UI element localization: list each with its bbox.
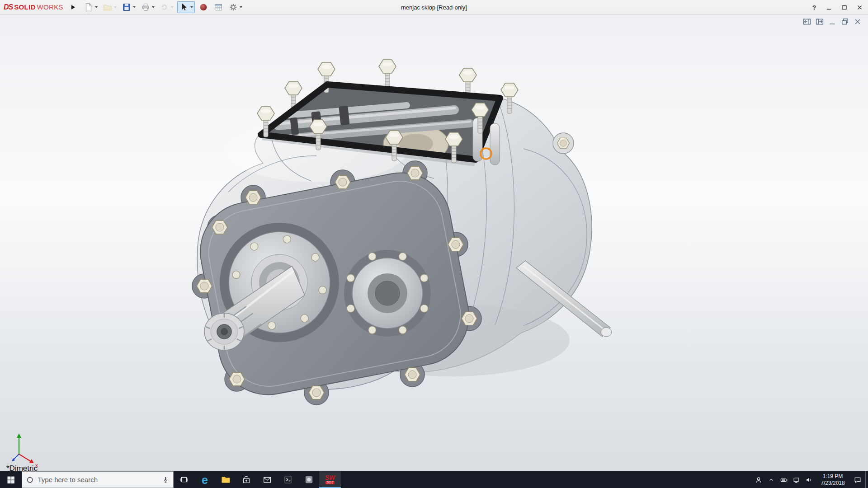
- action-center-button[interactable]: [850, 471, 865, 488]
- window-controls: ?: [807, 0, 867, 15]
- 3d-scene[interactable]: x: [0, 15, 868, 471]
- restore-doc-icon[interactable]: [841, 18, 849, 26]
- windows-taskbar: e: [0, 471, 868, 488]
- design-table-button[interactable]: [212, 1, 225, 13]
- chevron-up-icon: [768, 476, 775, 483]
- system-tray: 1:19 PM 7/23/2018: [752, 471, 868, 488]
- undo-icon: [160, 2, 170, 12]
- save-floppy-icon: [122, 2, 132, 12]
- volume-status[interactable]: [803, 471, 816, 488]
- dropdown-caret-icon[interactable]: [240, 6, 242, 8]
- print-button[interactable]: [139, 1, 156, 13]
- task-view-button[interactable]: [174, 471, 194, 488]
- solidworks-app-icon: SW: [325, 475, 335, 481]
- windows-logo-icon: [6, 475, 15, 484]
- ds-logo-mark: DS: [4, 3, 13, 11]
- dropdown-caret-icon[interactable]: [133, 6, 136, 8]
- people-icon: [754, 475, 763, 484]
- show-desktop-button[interactable]: [865, 471, 868, 488]
- close-doc-icon[interactable]: [854, 18, 862, 26]
- print-icon: [141, 2, 151, 12]
- taskbar-clock[interactable]: 1:19 PM 7/23/2018: [816, 473, 850, 487]
- close-icon: [857, 5, 863, 10]
- maximize-button[interactable]: [836, 0, 852, 15]
- people-button[interactable]: [752, 471, 765, 488]
- mail-button[interactable]: [257, 471, 278, 488]
- edge-button[interactable]: e: [194, 471, 215, 488]
- open-folder-icon: [103, 2, 113, 12]
- minimize-button[interactable]: [821, 0, 836, 15]
- battery-status[interactable]: [778, 471, 790, 488]
- new-document-icon: [84, 2, 94, 12]
- store-icon: [241, 475, 251, 485]
- appearance-button[interactable]: [197, 1, 210, 13]
- design-table-icon: [213, 2, 223, 12]
- view-orientation-label: *Dimetric: [6, 464, 38, 471]
- mail-icon: [262, 475, 272, 485]
- solidworks-taskbar-button[interactable]: SW 2017: [319, 471, 341, 488]
- taskbar-search-box[interactable]: [22, 471, 174, 488]
- bolt-post[interactable]: [490, 123, 500, 165]
- date-label: 7/23/2018: [816, 480, 850, 487]
- pane-left-icon[interactable]: [803, 18, 811, 26]
- start-button[interactable]: [0, 471, 22, 488]
- pinned-app-button[interactable]: [298, 471, 319, 488]
- select-arrow-icon: [179, 2, 189, 12]
- menu-flyout-arrow-icon[interactable]: [71, 5, 75, 9]
- pinned-app-icon: [304, 474, 314, 485]
- output-bearing-boss[interactable]: [344, 250, 431, 337]
- minimize-doc-icon[interactable]: [828, 18, 836, 26]
- volume-icon: [805, 475, 814, 484]
- solidworks-logo[interactable]: DS SOLIDWORKS: [4, 3, 63, 11]
- end-cap[interactable]: [553, 133, 574, 154]
- terminal-icon: [283, 474, 293, 485]
- title-bar: DS SOLIDWORKS: [0, 0, 868, 15]
- options-button[interactable]: [227, 1, 244, 13]
- document-title: menjac sklop [Read-only]: [401, 0, 467, 15]
- dropdown-caret-icon[interactable]: [152, 6, 155, 8]
- brand-text-works: WORKS: [37, 3, 63, 11]
- battery-icon: [779, 475, 788, 484]
- edge-icon: e: [202, 474, 208, 485]
- dropdown-caret-icon[interactable]: [171, 6, 174, 8]
- file-explorer-icon: [221, 474, 231, 485]
- solidworks-year-badge: 2017: [326, 481, 335, 484]
- dropdown-caret-icon[interactable]: [95, 6, 98, 8]
- maximize-icon: [841, 5, 847, 10]
- appearance-sphere-icon: [198, 2, 208, 12]
- dropdown-caret-icon[interactable]: [114, 6, 117, 8]
- network-icon: [792, 475, 801, 484]
- brand-text-solid: SOLID: [14, 3, 35, 11]
- pane-right-icon[interactable]: [816, 18, 824, 26]
- cortana-icon: [26, 475, 34, 485]
- minimize-icon: [826, 5, 832, 10]
- quick-access-toolbar: [82, 1, 244, 13]
- network-status[interactable]: [790, 471, 803, 488]
- save-button[interactable]: [120, 1, 137, 13]
- undo-button[interactable]: [158, 1, 175, 13]
- time-label: 1:19 PM: [816, 473, 850, 480]
- search-input[interactable]: [38, 476, 158, 483]
- open-button[interactable]: [101, 1, 118, 13]
- terminal-app-button[interactable]: [278, 471, 298, 488]
- graphics-viewport[interactable]: x *Dimetric: [0, 15, 868, 471]
- task-view-icon: [179, 475, 189, 485]
- action-center-icon: [853, 475, 862, 484]
- store-button[interactable]: [236, 471, 257, 488]
- dropdown-caret-icon[interactable]: [190, 6, 193, 8]
- document-window-controls: [803, 18, 862, 26]
- hidden-icons-button[interactable]: [765, 471, 778, 488]
- new-document-button[interactable]: [82, 1, 99, 13]
- close-button[interactable]: [852, 0, 867, 15]
- options-gear-icon: [228, 2, 238, 12]
- select-tool-button[interactable]: [177, 1, 195, 13]
- file-explorer-button[interactable]: [215, 471, 236, 488]
- help-button[interactable]: ?: [807, 4, 821, 11]
- solidworks-window: DS SOLIDWORKS: [0, 0, 868, 488]
- microphone-icon[interactable]: [162, 475, 170, 484]
